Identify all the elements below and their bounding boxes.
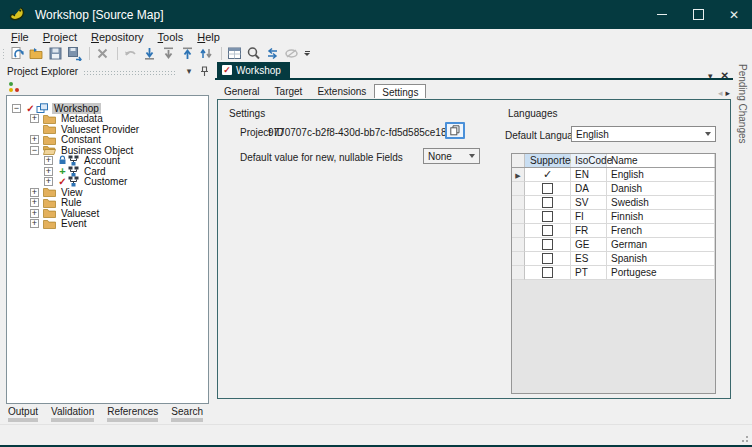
table-row-da[interactable]: DA Danish [512,182,715,196]
tree-item-label: Rule [59,197,84,208]
menu-tools[interactable]: Tools [151,30,191,44]
tree-item-view[interactable]: View [7,187,208,197]
row-selector[interactable] [512,168,525,182]
table-row-sv[interactable]: SV Swedish [512,196,715,210]
tree-item-constant[interactable]: Constant [7,135,208,145]
maximize-button[interactable] [680,0,716,29]
tree-item-rule[interactable]: Rule [7,198,208,208]
panel-pin-icon[interactable] [198,65,210,77]
tab-output[interactable]: Output [8,406,38,422]
row-selector[interactable] [512,182,525,196]
search-icon[interactable] [245,46,262,61]
row-selector[interactable] [512,224,525,238]
tree-item-workshop[interactable]: Workshop [7,103,208,113]
panel-menu-chevron-icon[interactable] [183,65,195,77]
header-isocode[interactable]: IsoCode [571,154,607,167]
open-project-icon[interactable] [28,46,45,61]
resize-grip[interactable] [739,433,749,443]
supported-checkbox[interactable] [542,211,553,222]
supported-checkbox[interactable] [542,239,553,250]
tree-item-card[interactable]: Card [7,166,208,176]
expand-icon[interactable] [44,156,53,165]
supported-checkbox[interactable] [542,225,553,236]
expand-icon[interactable] [30,209,39,218]
document-close-icon[interactable] [721,65,729,83]
tree-item-business-object[interactable]: Business Object [7,145,208,155]
expand-icon[interactable] [44,167,53,176]
default-language-select[interactable]: English [571,126,716,142]
supported-checkbox[interactable] [542,197,553,208]
filter-dots-icon[interactable] [8,82,20,93]
tree-item-account[interactable]: Account [7,156,208,166]
modified-check-icon [25,104,36,113]
refresh-project-icon[interactable] [9,46,26,61]
supported-checkbox[interactable] [542,183,553,194]
row-selector[interactable] [512,266,525,280]
menu-repository[interactable]: Repository [84,30,151,44]
toolbar-grip[interactable] [2,48,5,60]
collapse-icon[interactable] [12,104,21,113]
save-icon[interactable] [47,46,64,61]
row-selector[interactable] [512,238,525,252]
table-row-es[interactable]: ES Spanish [512,252,715,266]
tab-references[interactable]: References [107,406,158,422]
expand-icon[interactable] [44,177,53,186]
supported-checkbox[interactable] [542,267,553,278]
tree-item-valueset[interactable]: Valueset [7,208,208,218]
tab-general[interactable]: General [217,85,267,99]
table-row-ge[interactable]: GE German [512,238,715,252]
table-row-pt[interactable]: PT Portugese [512,266,715,280]
compare-icon[interactable] [264,46,281,61]
pending-changes-tab[interactable]: Pending Changes [737,62,748,144]
revert-icon[interactable] [122,46,139,61]
iso-cell: PT [571,266,607,280]
tab-scroll-left-icon[interactable] [718,88,723,98]
collapse-icon[interactable] [30,146,39,155]
tree-item-valueset-provider[interactable]: Valueset Provider [7,124,208,134]
row-selector[interactable] [512,196,525,210]
menu-project[interactable]: Project [36,30,84,44]
tab-target[interactable]: Target [268,85,310,99]
nullable-default-select[interactable]: None [423,148,480,164]
row-selector[interactable] [512,210,525,224]
tree-item-event[interactable]: Event [7,219,208,229]
save-layout-icon[interactable] [66,46,83,61]
tree-item-metadata[interactable]: Metadata [7,114,208,124]
supported-checkbox[interactable] [542,253,553,264]
name-cell: English [607,168,715,182]
minimize-button[interactable] [644,0,680,29]
tab-validation[interactable]: Validation [51,406,94,422]
delete-icon[interactable] [94,46,111,61]
compare-status-icon[interactable] [198,46,215,61]
expand-icon[interactable] [30,198,39,207]
tree-item-customer[interactable]: Customer [7,177,208,187]
expand-icon[interactable] [30,188,39,197]
close-button[interactable] [716,0,752,29]
document-list-chevron-icon[interactable] [708,65,713,83]
tab-scroll-right-icon[interactable] [725,88,730,98]
header-selector-cell [512,154,525,167]
tab-extensions[interactable]: Extensions [310,85,373,99]
table-row-fi[interactable]: FI Finnish [512,210,715,224]
menu-file[interactable]: File [4,30,36,44]
properties-icon[interactable] [226,46,243,61]
tab-settings[interactable]: Settings [374,84,426,98]
table-row-fr[interactable]: FR French [512,224,715,238]
tab-search[interactable]: Search [171,406,203,422]
expand-icon[interactable] [30,114,39,123]
iso-cell: GE [571,238,607,252]
get-latest-icon[interactable] [160,46,177,61]
menu-help[interactable]: Help [190,30,227,44]
expand-icon[interactable] [30,219,39,228]
header-name[interactable]: Name [607,154,715,167]
toolbar-overflow-button[interactable] [304,51,310,56]
document-tab-workshop[interactable]: Workshop [217,62,290,78]
table-row-en[interactable]: ✓ EN English [512,168,715,182]
expand-icon[interactable] [30,135,39,144]
copy-project-id-button[interactable] [445,122,465,139]
disconnect-icon[interactable] [283,46,300,61]
check-in-icon[interactable] [141,46,158,61]
row-selector[interactable] [512,252,525,266]
header-supported[interactable]: Supported [525,154,571,167]
check-out-icon[interactable] [179,46,196,61]
